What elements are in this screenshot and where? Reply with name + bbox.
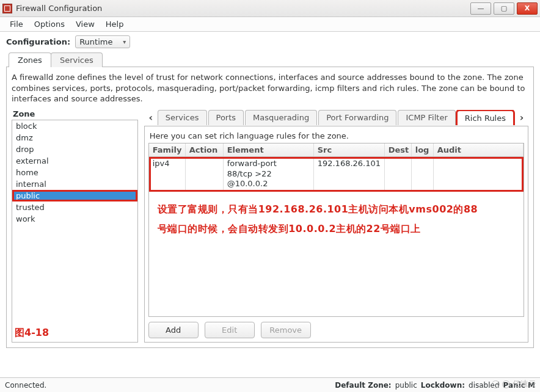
inner-tab-masquerading[interactable]: Masquerading — [245, 110, 317, 125]
col-log[interactable]: log — [412, 143, 434, 156]
maximize-button[interactable]: ▢ — [494, 2, 514, 15]
col-action[interactable]: Action — [186, 143, 224, 156]
zone-item-block[interactable]: block — [12, 120, 137, 132]
main-area: Configuration: Runtime ▾ Zones Services … — [0, 32, 540, 348]
menu-bar: File Options View Help — [0, 17, 540, 32]
cell-element: forward-port 88/tcp >22 @10.0.0.2 — [224, 157, 314, 192]
col-element[interactable]: Element — [224, 143, 314, 156]
zone-description: A firewalld zone defines the level of tr… — [12, 72, 528, 104]
tab-scroll-left-icon[interactable]: ‹ — [144, 109, 158, 126]
status-lockdown-value: disabled — [469, 381, 500, 390]
zone-list[interactable]: block dmz drop external home internal pu… — [12, 120, 138, 343]
zone-item-dmz[interactable]: dmz — [12, 132, 137, 143]
status-connected: Connected. — [5, 381, 46, 390]
col-audit[interactable]: Audit — [434, 143, 524, 156]
col-family[interactable]: Family — [149, 143, 186, 156]
status-default-zone-label: Default Zone: — [335, 381, 391, 390]
window-controls: — ▢ X — [470, 2, 538, 15]
col-dest[interactable]: Dest — [385, 143, 412, 156]
annotation-line2: 号端口的时候，会自动转发到10.0.0.2主机的22号端口上 — [158, 223, 421, 234]
zone-item-home[interactable]: home — [12, 167, 137, 178]
inner-tab-port-forwarding[interactable]: Port Forwarding — [318, 110, 396, 125]
cell-dest — [385, 157, 412, 192]
menu-view[interactable]: View — [71, 18, 100, 30]
cell-audit — [434, 157, 524, 192]
zone-detail: ‹ Services Ports Masquerading Port Forwa… — [144, 109, 528, 343]
status-default-zone-value: public — [395, 381, 417, 390]
close-button[interactable]: X — [517, 2, 538, 15]
inner-tab-icmp-filter[interactable]: ICMP Filter — [398, 110, 455, 125]
zone-item-work[interactable]: work — [12, 213, 137, 225]
figure-label: 图4-18 — [15, 327, 49, 339]
app-icon — [2, 4, 12, 13]
configuration-label: Configuration: — [6, 37, 70, 46]
configuration-row: Configuration: Runtime ▾ — [6, 35, 534, 48]
cell-family: ipv4 — [149, 157, 186, 192]
annotation-line1: 设置了富规则，只有当192.168.26.101主机访问本机vms002的88 — [158, 203, 478, 215]
zones-panel: A firewalld zone defines the level of tr… — [6, 67, 534, 348]
zone-item-trusted[interactable]: trusted — [12, 201, 137, 213]
col-src[interactable]: Src — [314, 143, 385, 156]
remove-button[interactable]: Remove — [261, 322, 311, 338]
rich-rules-hint: Here you can set rich language rules for… — [150, 131, 523, 140]
rich-rules-table[interactable]: Family Action Element Src Dest log Audit… — [148, 143, 524, 317]
rich-rules-panel: Here you can set rich language rules for… — [144, 126, 528, 343]
window-titlebar: Firewall Configuration — ▢ X — [0, 0, 540, 17]
inner-tab-services[interactable]: Services — [158, 110, 207, 125]
zone-item-public[interactable]: public — [12, 190, 137, 201]
menu-help[interactable]: Help — [101, 18, 129, 30]
zone-item-external[interactable]: external — [12, 155, 137, 167]
chevron-down-icon: ▾ — [123, 38, 126, 45]
window-title: Firewall Configuration — [16, 4, 470, 13]
zone-item-internal[interactable]: internal — [12, 178, 137, 190]
menu-file[interactable]: File — [5, 18, 28, 30]
configuration-value: Runtime — [79, 37, 112, 46]
status-panic-label: Panic M — [503, 381, 535, 390]
cell-action — [186, 157, 224, 192]
table-header: Family Action Element Src Dest log Audit — [149, 143, 524, 157]
configuration-select[interactable]: Runtime ▾ — [75, 35, 130, 48]
status-lockdown-label: Lockdown: — [421, 381, 465, 390]
cell-element-line1: forward-port — [227, 159, 277, 168]
inner-tab-strip: ‹ Services Ports Masquerading Port Forwa… — [144, 109, 528, 126]
zone-item-drop[interactable]: drop — [12, 143, 137, 155]
rich-rules-buttons: Add Edit Remove — [148, 322, 524, 338]
cell-element-line2: 88/tcp >22 @10.0.0.2 — [227, 169, 272, 189]
table-row[interactable]: ipv4 forward-port 88/tcp >22 @10.0.0.2 1… — [149, 157, 524, 192]
zone-column: Zone block dmz drop external home intern… — [12, 109, 138, 343]
menu-options[interactable]: Options — [29, 18, 70, 30]
edit-button[interactable]: Edit — [205, 322, 255, 338]
tab-zones[interactable]: Zones — [9, 53, 51, 67]
add-button[interactable]: Add — [148, 322, 199, 338]
zone-list-header: Zone — [12, 109, 138, 118]
outer-tab-strip: Zones Services — [9, 52, 534, 67]
tab-scroll-right-icon[interactable]: › — [515, 109, 528, 126]
annotation-overlay: 设置了富规则，只有当192.168.26.101主机访问本机vms002的88 … — [158, 200, 515, 239]
tab-services[interactable]: Services — [51, 53, 103, 67]
cell-log — [412, 157, 434, 192]
status-bar: Connected. Default Zone: public Lockdown… — [0, 377, 540, 392]
inner-tab-ports[interactable]: Ports — [208, 110, 244, 125]
minimize-button[interactable]: — — [470, 2, 491, 15]
cell-src: 192.168.26.101 — [314, 157, 385, 192]
inner-tab-rich-rules[interactable]: Rich Rules — [457, 111, 514, 125]
